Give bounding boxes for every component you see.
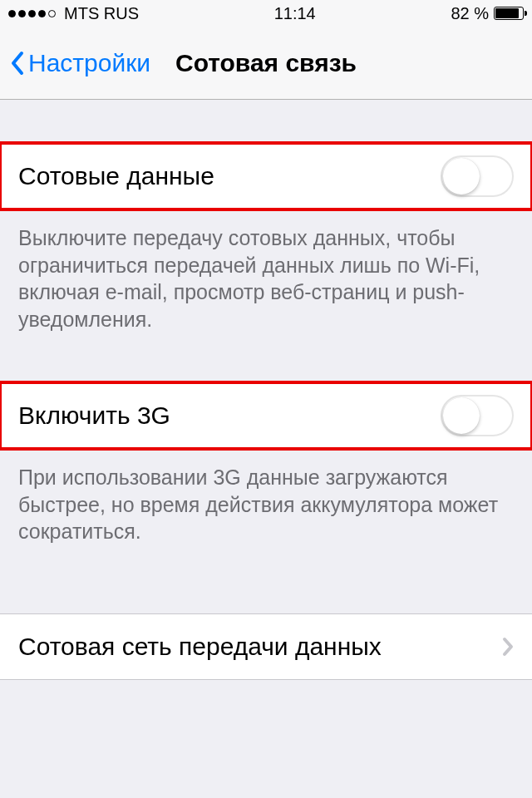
cellular-data-footer: Выключите передачу сотовых данных, чтобы… <box>0 209 532 332</box>
status-right: 82 % <box>451 4 524 23</box>
clock: 11:14 <box>274 4 316 23</box>
nav-bar: Настройки Сотовая связь <box>0 27 532 100</box>
cellular-network-row[interactable]: Сотовая сеть передачи данных <box>0 613 532 680</box>
enable-3g-row[interactable]: Включить 3G <box>0 382 532 449</box>
back-button[interactable]: Настройки <box>10 49 150 77</box>
back-label: Настройки <box>28 49 150 77</box>
status-bar: MTS RUS 11:14 82 % <box>0 0 532 27</box>
signal-strength-icon <box>8 10 56 17</box>
enable-3g-footer: При использовании 3G данные загружаются … <box>0 449 532 545</box>
battery-icon <box>494 7 524 20</box>
carrier-label: MTS RUS <box>64 4 139 23</box>
cellular-data-toggle[interactable] <box>441 155 514 197</box>
enable-3g-label: Включить 3G <box>18 401 170 430</box>
battery-percent: 82 % <box>451 4 489 23</box>
cellular-network-label: Сотовая сеть передачи данных <box>18 633 382 661</box>
content: Сотовые данные Выключите передачу сотовы… <box>0 100 532 680</box>
status-left: MTS RUS <box>8 4 139 23</box>
chevron-right-icon <box>502 637 514 657</box>
chevron-left-icon <box>10 51 25 76</box>
enable-3g-toggle[interactable] <box>441 395 514 436</box>
page-title: Сотовая связь <box>175 49 357 77</box>
cellular-data-label: Сотовые данные <box>18 162 214 190</box>
cellular-data-row[interactable]: Сотовые данные <box>0 143 532 209</box>
